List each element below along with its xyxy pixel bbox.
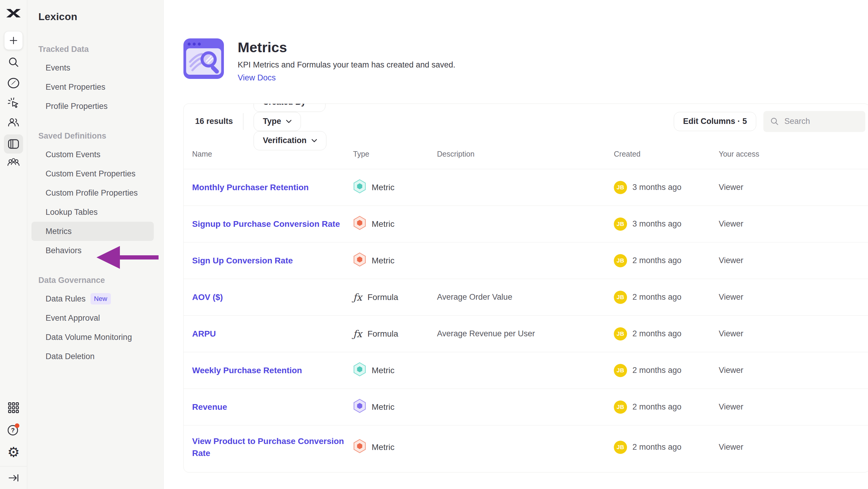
chevron-down-icon bbox=[311, 139, 317, 143]
created-cell: JB 2 months ago bbox=[614, 441, 719, 454]
sidebar-item-event-approval[interactable]: Event Approval bbox=[38, 308, 163, 327]
icon-rail: ? ⚙ bbox=[0, 0, 27, 489]
apps-grid-icon[interactable] bbox=[7, 401, 20, 414]
sidebar-item-event-properties[interactable]: Event Properties bbox=[38, 78, 163, 96]
type-cell: Metric bbox=[353, 439, 437, 455]
type-cell: Metric bbox=[353, 399, 437, 415]
sidebar-sections: Tracked DataEventsEvent PropertiesProfil… bbox=[38, 45, 163, 366]
settings-gear-icon[interactable]: ⚙ bbox=[7, 445, 20, 459]
collapse-icon[interactable] bbox=[7, 471, 20, 484]
created-cell: JB 2 months ago bbox=[614, 291, 719, 304]
filter-created-by[interactable]: Created By bbox=[254, 104, 326, 112]
metric-name-link[interactable]: Signup to Purchase Conversion Rate bbox=[192, 219, 340, 229]
cohorts-icon[interactable] bbox=[7, 155, 20, 169]
rail-divider bbox=[0, 466, 27, 466]
sidebar-item-metrics[interactable]: Metrics bbox=[31, 222, 154, 241]
search-box[interactable] bbox=[764, 111, 865, 132]
toolbar-divider bbox=[243, 113, 243, 130]
section-label: Tracked Data bbox=[38, 45, 163, 54]
table-row: ARPU ƒx Formula Average Revenue per User… bbox=[184, 315, 868, 352]
page-title: Metrics bbox=[238, 39, 455, 56]
formula-fx-icon: ƒx bbox=[353, 328, 362, 340]
search-icon[interactable] bbox=[7, 56, 20, 68]
svg-text:?: ? bbox=[11, 427, 15, 433]
sidebar-item-data-volume-monitoring[interactable]: Data Volume Monitoring bbox=[38, 327, 163, 347]
avatar: JB bbox=[614, 441, 627, 454]
metric-name-link[interactable]: Sign Up Conversion Rate bbox=[192, 256, 293, 265]
results-count: 16 results bbox=[195, 117, 233, 126]
access-cell: Viewer bbox=[719, 256, 868, 265]
chevron-down-icon bbox=[286, 120, 291, 123]
filter-verification[interactable]: Verification bbox=[254, 131, 327, 150]
sidebar-item-data-rules[interactable]: Data RulesNew bbox=[38, 289, 163, 308]
access-cell: Viewer bbox=[719, 292, 868, 302]
lexicon-panel-icon[interactable] bbox=[4, 135, 23, 153]
col-created: Created bbox=[614, 150, 719, 159]
edit-columns-button[interactable]: Edit Columns · 5 bbox=[674, 112, 756, 131]
section-label: Saved Definitions bbox=[38, 132, 163, 141]
table-row: AOV ($) ƒx Formula Average Order Value J… bbox=[184, 279, 868, 315]
metric-name-link[interactable]: Revenue bbox=[192, 402, 227, 411]
metric-hexagon-icon bbox=[353, 399, 366, 413]
access-cell: Viewer bbox=[719, 402, 868, 411]
users-icon[interactable] bbox=[7, 116, 20, 129]
metric-name-link[interactable]: AOV ($) bbox=[192, 292, 223, 302]
sidebar-section: Data GovernanceData RulesNewEvent Approv… bbox=[38, 276, 163, 366]
metrics-page-icon bbox=[183, 38, 224, 79]
metric-name-link[interactable]: Weekly Purchase Retention bbox=[192, 366, 302, 375]
access-cell: Viewer bbox=[719, 183, 868, 192]
sidebar-item-events[interactable]: Events bbox=[38, 58, 163, 78]
view-docs-link[interactable]: View Docs bbox=[238, 73, 276, 83]
created-cell: JB 3 months ago bbox=[614, 218, 719, 231]
lexicon-sidebar: Lexicon Tracked DataEventsEvent Properti… bbox=[27, 0, 164, 489]
description-cell: Average Revenue per User bbox=[437, 329, 614, 338]
search-input[interactable] bbox=[784, 116, 853, 126]
sidebar-section: Tracked DataEventsEvent PropertiesProfil… bbox=[38, 45, 163, 116]
access-cell: Viewer bbox=[719, 366, 868, 375]
avatar: JB bbox=[614, 401, 627, 414]
created-cell: JB 2 months ago bbox=[614, 327, 719, 341]
search-icon bbox=[770, 117, 779, 126]
section-label: Data Governance bbox=[38, 276, 163, 285]
col-type: Type bbox=[353, 150, 437, 159]
metric-name-link[interactable]: ARPU bbox=[192, 329, 216, 338]
sidebar-item-custom-events[interactable]: Custom Events bbox=[38, 145, 163, 164]
type-cell: ƒx Formula bbox=[353, 328, 437, 340]
avatar: JB bbox=[614, 291, 627, 304]
sidebar-item-profile-properties[interactable]: Profile Properties bbox=[38, 96, 163, 116]
compass-icon[interactable] bbox=[7, 77, 20, 89]
created-cell: JB 2 months ago bbox=[614, 364, 719, 377]
metrics-table-card: 16 results Created By Type Verification … bbox=[183, 104, 868, 472]
event-stream-icon[interactable] bbox=[7, 96, 20, 110]
help-icon[interactable]: ? bbox=[6, 423, 21, 437]
table-row: Weekly Purchase Retention Metric JB 2 mo… bbox=[184, 352, 868, 389]
sidebar-item-lookup-tables[interactable]: Lookup Tables bbox=[38, 202, 163, 222]
sidebar-item-custom-profile-properties[interactable]: Custom Profile Properties bbox=[38, 183, 163, 202]
metric-name-link[interactable]: Monthly Purchaser Retention bbox=[192, 183, 309, 192]
col-name: Name bbox=[184, 150, 353, 159]
type-cell: ƒx Formula bbox=[353, 292, 437, 303]
table-row: Signup to Purchase Conversion Rate Metri… bbox=[184, 205, 868, 242]
access-cell: Viewer bbox=[719, 219, 868, 229]
sidebar-item-behaviors[interactable]: Behaviors bbox=[38, 241, 163, 260]
access-cell: Viewer bbox=[719, 329, 868, 338]
metric-hexagon-icon bbox=[353, 252, 366, 267]
metric-hexagon-icon bbox=[353, 439, 366, 453]
avatar: JB bbox=[614, 254, 627, 267]
sidebar-item-data-deletion[interactable]: Data Deletion bbox=[38, 347, 163, 366]
table-toolbar: 16 results Created By Type Verification … bbox=[184, 104, 868, 139]
col-access: Your access bbox=[719, 150, 868, 159]
type-cell: Metric bbox=[353, 362, 437, 379]
sidebar-item-custom-event-properties[interactable]: Custom Event Properties bbox=[38, 164, 163, 183]
table-row: Monthly Purchaser Retention Metric JB 3 … bbox=[184, 169, 868, 205]
metric-name-link[interactable]: View Product to Purchase Conversion Rate bbox=[192, 436, 344, 458]
avatar: JB bbox=[614, 181, 627, 194]
main-content: Metrics KPI Metrics and Formulas your te… bbox=[164, 0, 868, 489]
formula-fx-icon: ƒx bbox=[353, 292, 362, 303]
avatar: JB bbox=[614, 364, 627, 377]
mixpanel-logo[interactable] bbox=[6, 8, 21, 19]
metric-hexagon-icon bbox=[353, 362, 366, 376]
add-button[interactable] bbox=[4, 31, 23, 50]
chevron-down-icon bbox=[311, 104, 316, 104]
filter-type[interactable]: Type bbox=[254, 112, 301, 131]
